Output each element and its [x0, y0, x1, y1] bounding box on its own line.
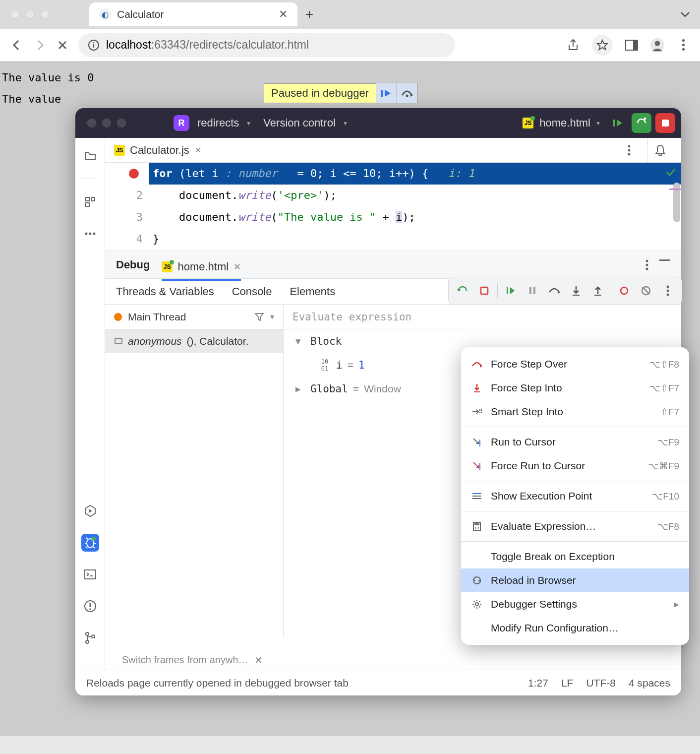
gutter[interactable]: 1 2 3 4 — [105, 163, 149, 251]
elements-tab[interactable]: Elements — [290, 285, 335, 298]
stack-frame[interactable]: anonymous(), Calculator. — [105, 329, 283, 353]
browser-menu-icon[interactable] — [676, 38, 690, 52]
more-tool-icon[interactable] — [81, 225, 99, 243]
indent-setting[interactable]: 4 spaces — [629, 677, 670, 689]
error-stripe-marker-icon[interactable] — [669, 188, 681, 190]
chevron-right-icon[interactable]: ▸ — [295, 383, 305, 395]
menu-force-run-to-cursor[interactable]: Force Run to Cursor ⌥⌘F9 — [461, 454, 689, 478]
new-tab-button[interactable]: + — [297, 6, 321, 22]
close-icon[interactable]: ✕ — [233, 261, 241, 272]
editor-tabs-menu-icon[interactable] — [628, 145, 631, 156]
run-config-selector[interactable]: JS home.html ▾ — [523, 117, 600, 129]
vcs-tool-icon[interactable] — [81, 629, 99, 647]
breakpoints-icon[interactable] — [615, 282, 633, 300]
menu-smart-step-into[interactable]: Smart Step Into ⇧F7 — [461, 400, 689, 424]
code-line[interactable]: document.write("The value is " + i); — [149, 206, 681, 228]
window-controls[interactable] — [5, 10, 50, 19]
address-bar[interactable]: i localhost:63343/redirects/calculator.h… — [78, 33, 455, 57]
resume-button[interactable] — [376, 83, 397, 103]
project-badge[interactable]: R — [174, 115, 189, 131]
breakpoint-icon[interactable]: 1 — [105, 163, 143, 185]
tab-close-icon[interactable]: ✕ — [194, 145, 202, 156]
debug-session-tab[interactable]: JS home.html ✕ — [162, 256, 241, 281]
back-button[interactable] — [10, 38, 24, 52]
forward-button[interactable] — [33, 38, 47, 52]
debug-button[interactable] — [632, 113, 651, 133]
chevron-down-icon[interactable]: ▾ — [247, 119, 250, 127]
project-name[interactable]: redirects — [197, 117, 239, 129]
menu-force-step-over[interactable]: Force Step Over ⌥⇧F8 — [461, 352, 689, 376]
toolbar-more-icon[interactable] — [659, 282, 677, 300]
reload-stop-button[interactable] — [56, 38, 69, 52]
structure-tool-icon[interactable] — [81, 193, 99, 211]
line-number[interactable]: 4 — [105, 228, 143, 250]
file-encoding[interactable]: UTF-8 — [586, 677, 616, 689]
stop-icon[interactable] — [475, 282, 493, 300]
bookmark-icon[interactable] — [592, 35, 613, 56]
mute-breakpoints-icon[interactable] — [637, 282, 655, 300]
maximize-window-icon[interactable] — [117, 119, 126, 127]
line-ending[interactable]: LF — [561, 677, 574, 689]
problems-tool-icon[interactable] — [81, 597, 99, 615]
cursor-position[interactable]: 1:27 — [528, 677, 548, 689]
switch-frames-hint[interactable]: Switch frames from anywh… ✕ — [114, 650, 283, 670]
threads-variables-tab[interactable]: Threads & Variables — [116, 285, 214, 298]
notifications-icon[interactable] — [647, 138, 672, 163]
code-editor[interactable]: 1 2 3 4 for (let i : number = 0; i <= 10… — [105, 163, 681, 251]
tabs-dropdown-icon[interactable] — [680, 11, 690, 17]
site-info-icon[interactable]: i — [88, 40, 99, 51]
ide-window-controls[interactable] — [81, 119, 126, 127]
share-icon[interactable] — [566, 38, 580, 52]
minimize-window-icon[interactable] — [102, 119, 111, 127]
project-tool-icon[interactable] — [81, 147, 99, 165]
menu-force-step-into[interactable]: Force Step Into ⌥⇧F7 — [461, 376, 689, 400]
chevron-down-icon[interactable]: ▾ — [344, 119, 347, 127]
close-window-icon[interactable] — [87, 119, 96, 127]
stop-button[interactable] — [655, 113, 675, 133]
vcs-menu[interactable]: Version control — [263, 117, 336, 129]
code-line[interactable]: document.write('<pre>'); — [149, 185, 681, 206]
run-button[interactable] — [608, 113, 628, 133]
console-tab[interactable]: Console — [232, 285, 272, 298]
chevron-down-icon[interactable]: ▾ — [270, 312, 274, 321]
step-over-button[interactable] — [397, 83, 417, 103]
code-line[interactable]: for (let i : number = 0; i <= 10; i++) {… — [149, 163, 681, 185]
menu-debugger-settings[interactable]: Debugger Settings ▸ — [461, 592, 689, 616]
tab-close-icon[interactable]: ✕ — [279, 8, 288, 21]
services-tool-icon[interactable] — [81, 502, 99, 520]
terminal-tool-icon[interactable] — [81, 566, 99, 583]
evaluate-expression-input[interactable]: Evaluate expression — [284, 305, 681, 329]
maximize-window-icon[interactable] — [41, 10, 50, 19]
step-into-icon[interactable] — [567, 282, 585, 300]
svg-point-56 — [478, 527, 479, 528]
profile-avatar-icon[interactable] — [650, 38, 664, 52]
browser-tab[interactable]: ◐ Calculator ✕ — [89, 2, 297, 26]
code-content[interactable]: for (let i : number = 0; i <= 10; i++) {… — [149, 163, 681, 251]
line-number[interactable]: 3 — [105, 206, 143, 228]
debug-menu-icon[interactable] — [645, 259, 648, 270]
close-window-icon[interactable] — [11, 10, 20, 19]
filter-icon[interactable] — [254, 313, 264, 321]
menu-toggle-break-exception[interactable]: Toggle Break on Exception — [461, 545, 689, 568]
step-over-icon[interactable] — [545, 282, 563, 300]
thread-header[interactable]: Main Thread ▾ — [105, 305, 283, 329]
debug-tool-icon[interactable] — [81, 534, 99, 552]
minimize-window-icon[interactable] — [26, 10, 35, 19]
close-icon[interactable]: ✕ — [254, 654, 263, 666]
minimize-panel-icon[interactable] — [659, 259, 670, 270]
resume-icon[interactable] — [502, 282, 520, 300]
menu-modify-run-config[interactable]: Modify Run Configuration… — [461, 616, 689, 640]
menu-reload-browser[interactable]: Reload in Browser — [461, 568, 689, 592]
inspection-ok-icon[interactable] — [665, 167, 676, 178]
chevron-down-icon[interactable]: ▾ — [295, 335, 305, 347]
side-panel-icon[interactable] — [625, 38, 639, 52]
line-number[interactable]: 2 — [105, 185, 143, 206]
rerun-icon[interactable] — [454, 282, 471, 300]
step-out-icon[interactable] — [589, 282, 607, 300]
pause-icon[interactable] — [524, 282, 541, 300]
menu-evaluate-expression[interactable]: Evaluate Expression… ⌥F8 — [461, 514, 689, 538]
menu-run-to-cursor[interactable]: Run to Cursor ⌥F9 — [461, 430, 689, 454]
editor-tab[interactable]: JS Calculator.js ✕ — [114, 144, 202, 157]
code-line[interactable]: } — [149, 228, 681, 250]
menu-show-execution-point[interactable]: Show Execution Point ⌥F10 — [461, 484, 689, 508]
